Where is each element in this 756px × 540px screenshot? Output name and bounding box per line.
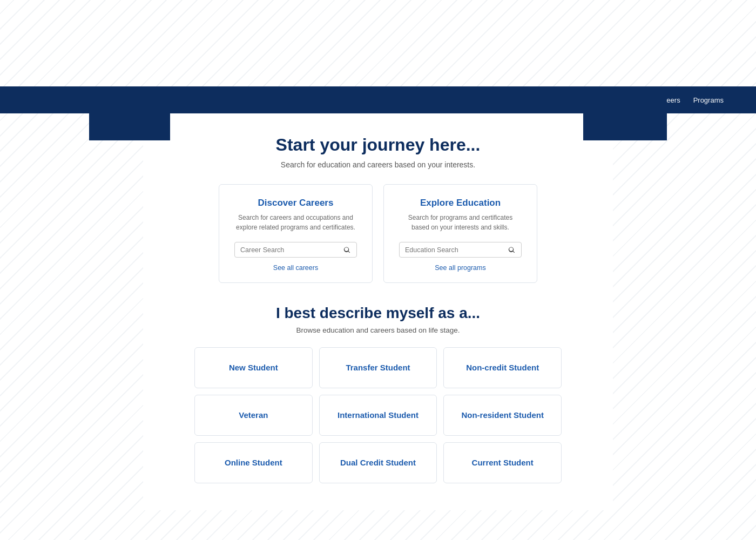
career-search-icon[interactable] [343,246,351,254]
student-card-transfer[interactable]: Transfer Student [319,347,437,388]
education-card-title: Explore Education [420,198,501,208]
student-card-online[interactable]: Online Student [194,442,313,483]
student-grid: New Student Transfer Student Non-credit … [194,347,562,483]
careers-card-title: Discover Careers [258,198,334,208]
life-stage-title: I best describe myself as a... [276,305,480,322]
careers-card: Discover Careers Search for careers and … [219,184,373,283]
hero-title: Start your journey here... [276,135,481,155]
student-card-dualcredit-label: Dual Credit Student [340,458,416,467]
life-stage-section: I best describe myself as a... Browse ed… [176,305,580,483]
student-card-noncredit-label: Non-credit Student [466,363,539,372]
career-search-input[interactable] [240,246,343,254]
student-card-international[interactable]: International Student [319,395,437,436]
main-content: Start your journey here... Search for ed… [143,113,613,510]
education-card-desc: Search for programs and certificates bas… [399,213,522,232]
hero-subtitle: Search for education and careers based o… [281,160,475,169]
see-all-careers-link[interactable]: See all careers [273,264,318,272]
student-card-international-label: International Student [338,410,418,420]
student-card-current[interactable]: Current Student [443,442,562,483]
education-search-wrapper [399,242,522,258]
student-card-new[interactable]: New Student [194,347,313,388]
education-search-icon[interactable] [508,246,516,254]
student-card-new-label: New Student [229,363,278,372]
nav-programs-link[interactable]: Programs [693,96,724,104]
career-search-wrapper [234,242,357,258]
education-search-input[interactable] [405,246,508,254]
page-wrapper: Careers Programs Start your journey here… [0,0,756,540]
life-stage-subtitle: Browse education and careers based on li… [296,326,460,334]
student-card-current-label: Current Student [472,458,534,467]
education-card: Explore Education Search for programs an… [383,184,537,283]
careers-card-desc: Search for careers and occupations and e… [234,213,357,232]
student-card-online-label: Online Student [225,458,282,467]
header-logo-block [89,86,170,140]
student-card-nonresident[interactable]: Non-resident Student [443,395,562,436]
student-card-nonresident-label: Non-resident Student [461,410,544,420]
student-card-transfer-label: Transfer Student [346,363,410,372]
student-card-noncredit[interactable]: Non-credit Student [443,347,562,388]
see-all-programs-link[interactable]: See all programs [435,264,486,272]
student-card-veteran-label: Veteran [239,410,268,420]
header-right-block [583,86,667,140]
student-card-veteran[interactable]: Veteran [194,395,313,436]
student-card-dualcredit[interactable]: Dual Credit Student [319,442,437,483]
search-cards: Discover Careers Search for careers and … [176,184,580,283]
